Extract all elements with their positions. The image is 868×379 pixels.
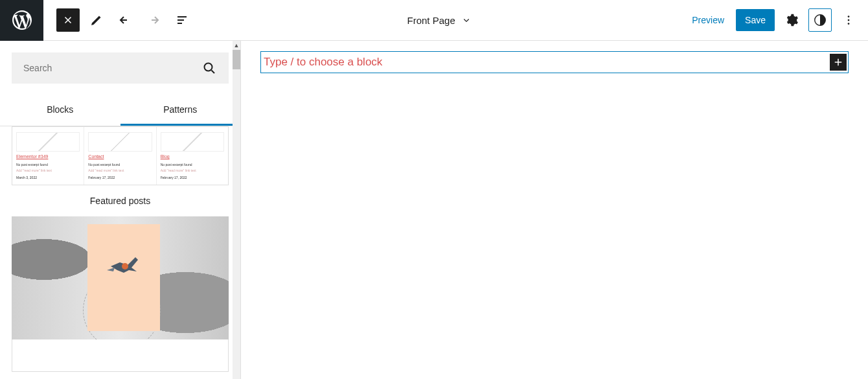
tab-blocks[interactable]: Blocks <box>0 95 120 126</box>
topbar-left <box>43 8 194 32</box>
svg-point-5 <box>122 263 128 270</box>
undo-button[interactable] <box>113 8 137 32</box>
topbar-right: Preview Save <box>685 8 868 32</box>
svg-point-4 <box>205 63 212 71</box>
topbar-center: Front Page <box>194 14 685 26</box>
plus-icon <box>832 56 844 68</box>
svg-point-3 <box>848 23 850 25</box>
pattern-date: February 17, 2022 <box>161 176 224 179</box>
pattern-cell: Contact No post excerpt found Add "read … <box>84 127 155 185</box>
page-title[interactable]: Front Page <box>407 15 455 26</box>
close-icon <box>62 14 74 26</box>
pattern-placeholder-image <box>161 132 224 152</box>
scroll-up-arrow[interactable]: ▲ <box>233 41 240 50</box>
contrast-icon <box>813 13 827 27</box>
pattern-post-title: Elementor #349 <box>16 154 80 159</box>
settings-button[interactable] <box>780 8 803 32</box>
pattern-excerpt: No post excerpt found <box>88 163 152 167</box>
svg-point-2 <box>848 19 850 21</box>
patterns-content: Elementor #349 No post excerpt found Add… <box>0 126 240 379</box>
search-wrap <box>0 41 240 95</box>
redo-button[interactable] <box>142 8 165 32</box>
undo-icon <box>117 12 133 28</box>
more-vertical-icon <box>841 13 856 27</box>
save-button[interactable]: Save <box>736 9 775 31</box>
add-block-button[interactable] <box>830 54 847 71</box>
tab-patterns[interactable]: Patterns <box>120 95 241 126</box>
search-input[interactable] <box>23 63 201 73</box>
styles-button[interactable] <box>808 8 832 32</box>
preview-link[interactable]: Preview <box>685 15 731 25</box>
block-placeholder-text: Type / to choose a block <box>264 56 830 69</box>
pattern-preview-tail <box>12 339 229 372</box>
pattern-placeholder-image <box>88 132 152 152</box>
options-button[interactable] <box>837 8 860 32</box>
scrollbar-thumb[interactable] <box>233 50 240 69</box>
search-icon <box>201 60 217 76</box>
search-box <box>12 52 229 84</box>
pencil-icon <box>89 12 104 28</box>
document-overview-button[interactable] <box>170 8 194 32</box>
pattern-readmore: Add "read more" link text <box>161 168 224 172</box>
pattern-post-title: Contact <box>88 154 152 159</box>
pattern-readmore: Add "read more" link text <box>88 168 152 172</box>
edit-tool-button[interactable] <box>85 8 108 32</box>
list-view-icon <box>174 12 190 28</box>
pattern-excerpt: No post excerpt found <box>16 163 80 167</box>
topbar: Front Page Preview Save <box>0 0 868 41</box>
close-inserter-button[interactable] <box>56 8 80 32</box>
pattern-post-title: Blog <box>161 154 224 159</box>
chevron-down-icon[interactable] <box>461 14 472 26</box>
inserter-tabs: Blocks Patterns <box>0 95 240 126</box>
empty-block-prompt[interactable]: Type / to choose a block <box>260 51 849 73</box>
svg-point-1 <box>848 16 850 17</box>
main: Blocks Patterns Elementor #349 No post e… <box>0 41 868 379</box>
pattern-cell: Blog No post excerpt found Add "read mor… <box>156 127 228 185</box>
pattern-cell: Elementor #349 No post excerpt found Add… <box>12 127 84 185</box>
pattern-excerpt: No post excerpt found <box>161 163 224 167</box>
wordpress-logo[interactable] <box>0 0 43 41</box>
gear-icon <box>784 13 799 27</box>
pattern-preview-image-card[interactable] <box>12 216 229 339</box>
pattern-readmore: Add "read more" link text <box>16 168 80 172</box>
pattern-placeholder-image <box>16 132 80 152</box>
pattern-preview-posts[interactable]: Elementor #349 No post excerpt found Add… <box>12 126 229 185</box>
bird-icon <box>106 252 144 279</box>
redo-icon <box>146 12 161 28</box>
wordpress-icon <box>10 8 34 32</box>
editor-canvas[interactable]: Type / to choose a block <box>241 41 868 379</box>
sidebar-scrollbar[interactable]: ▲ <box>233 41 240 379</box>
pattern-date: March 3, 2022 <box>16 176 80 179</box>
pattern-date: February 17, 2022 <box>88 176 152 179</box>
pattern-section-label: Featured posts <box>12 185 229 216</box>
inserter-sidebar: Blocks Patterns Elementor #349 No post e… <box>0 41 241 379</box>
